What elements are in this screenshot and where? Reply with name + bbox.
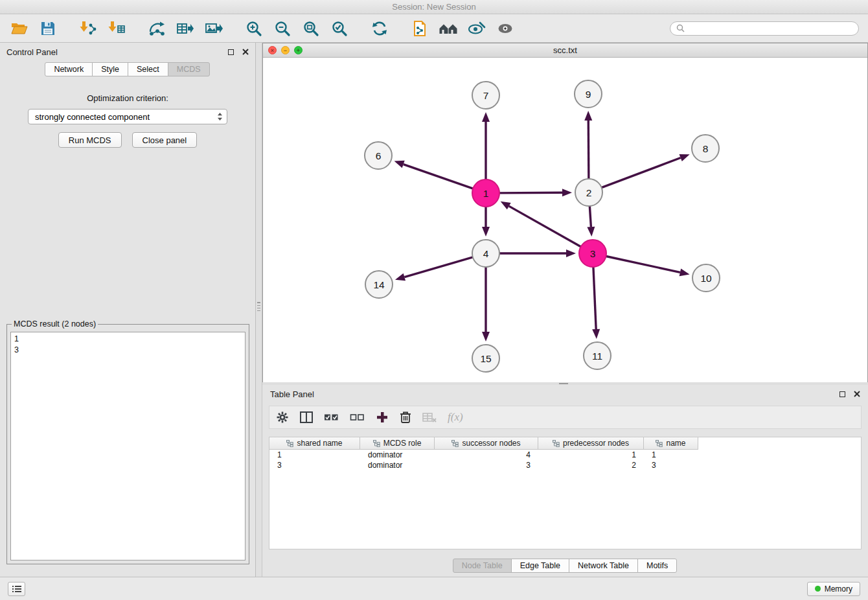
add-row-icon[interactable]	[376, 409, 389, 426]
mcds-result-title: MCDS result (2 nodes)	[12, 319, 98, 329]
close-panel-button[interactable]: Close panel	[132, 132, 198, 148]
network-graph[interactable]: 7968124314101511	[263, 58, 867, 382]
network-window-title: scc.txt	[553, 45, 577, 55]
edge-3-10[interactable]	[606, 256, 680, 272]
home-views-icon[interactable]	[438, 18, 459, 39]
edge-3-1[interactable]	[509, 206, 582, 247]
tab-edge-table[interactable]: Edge Table	[511, 559, 569, 573]
column-label: shared name	[297, 439, 342, 448]
show-graphics-details-icon[interactable]	[495, 18, 516, 39]
split-panel-icon[interactable]	[300, 409, 313, 426]
zoom-out-icon[interactable]	[272, 18, 293, 39]
node-1[interactable]: 1	[472, 179, 499, 207]
edge-4-14[interactable]	[404, 257, 473, 277]
import-network-from-file-icon[interactable]	[78, 18, 98, 39]
search-box[interactable]	[670, 21, 859, 36]
run-mcds-button[interactable]: Run MCDS	[58, 132, 122, 148]
float-panel-icon[interactable]	[228, 49, 234, 55]
svg-text:14: 14	[373, 279, 385, 290]
edge-1-2[interactable]	[499, 192, 562, 193]
node-3[interactable]: 3	[579, 240, 606, 267]
mcds-result-text[interactable]: 1 3	[10, 332, 246, 560]
tab-motifs[interactable]: Motifs	[637, 559, 677, 573]
delete-table-icon[interactable]	[422, 409, 437, 426]
node-7[interactable]: 7	[472, 82, 499, 109]
column-header-MCDS-role[interactable]: MCDS role	[360, 437, 435, 450]
node-6[interactable]: 6	[365, 142, 392, 169]
close-table-panel-icon[interactable]	[854, 391, 860, 397]
svg-text:9: 9	[586, 89, 591, 100]
delete-row-icon[interactable]	[400, 409, 411, 426]
node-9[interactable]: 9	[575, 80, 602, 108]
svg-text:8: 8	[703, 143, 709, 154]
column-label: MCDS role	[383, 439, 422, 448]
zoom-selected-icon[interactable]	[329, 18, 350, 39]
memory-button[interactable]: Memory	[807, 582, 860, 596]
column-header-predecessor-nodes[interactable]: predecessor nodes	[538, 437, 644, 450]
toolbar-group-import	[78, 18, 127, 39]
maximize-window-icon[interactable]: +	[294, 46, 303, 54]
tab-network[interactable]: Network	[45, 62, 93, 76]
minimize-window-icon[interactable]: −	[281, 46, 290, 54]
node-2[interactable]: 2	[575, 179, 602, 206]
zoom-fit-icon[interactable]	[301, 18, 321, 39]
column-header-successor-nodes[interactable]: successor nodes	[435, 437, 538, 450]
zoom-in-icon[interactable]	[244, 18, 264, 39]
edge-arrow-icon	[566, 249, 576, 257]
apply-layout-icon[interactable]	[369, 18, 390, 39]
table-settings-icon[interactable]	[276, 409, 289, 426]
node-8[interactable]: 8	[692, 135, 719, 162]
close-window-icon[interactable]: ×	[268, 46, 277, 54]
node-11[interactable]: 11	[584, 342, 611, 369]
edge-2-3[interactable]	[589, 205, 591, 227]
apply-function-icon[interactable]: f(x)	[448, 409, 463, 426]
svg-text:11: 11	[592, 351, 602, 362]
select-all-icon[interactable]	[324, 409, 339, 426]
open-file-icon[interactable]	[9, 18, 30, 39]
tab-node-table[interactable]: Node Table	[453, 559, 512, 573]
edge-arrow-icon	[587, 227, 595, 237]
deselect-all-icon[interactable]	[350, 409, 365, 426]
tab-select[interactable]: Select	[128, 62, 168, 76]
column-header-shared-name[interactable]: shared name	[269, 437, 360, 450]
tab-mcds[interactable]: MCDS	[168, 62, 210, 76]
node-14[interactable]: 14	[365, 271, 393, 298]
edge-2-8[interactable]	[601, 157, 681, 187]
save-session-icon[interactable]	[38, 18, 58, 39]
export-image-icon[interactable]	[203, 18, 224, 39]
vertical-splitter[interactable]	[256, 43, 262, 577]
import-table-from-file-icon[interactable]	[106, 18, 127, 39]
node-table-header: shared nameMCDS rolesuccessor nodesprede…	[269, 437, 861, 450]
network-window-titlebar[interactable]: × − + scc.txt	[263, 43, 867, 58]
node-15[interactable]: 15	[472, 345, 499, 372]
edge-3-11[interactable]	[593, 266, 596, 329]
network-view-window: × − + scc.txt 7968124314101511	[262, 43, 868, 382]
node-10[interactable]: 10	[692, 264, 720, 292]
svg-text:1: 1	[483, 188, 489, 199]
edge-arrow-icon	[584, 111, 592, 121]
export-table-icon[interactable]	[175, 18, 196, 39]
window-title: Session: New Session	[392, 2, 475, 12]
node-4[interactable]: 4	[472, 240, 499, 267]
table-cell-predecessor-nodes: 1	[538, 450, 644, 460]
float-table-panel-icon[interactable]	[839, 391, 845, 397]
edge-1-6[interactable]	[404, 165, 474, 189]
close-panel-icon[interactable]	[242, 49, 249, 55]
style-preview-icon[interactable]	[466, 18, 487, 39]
criterion-dropdown[interactable]: strongly connected component	[28, 109, 227, 124]
new-network-icon[interactable]	[146, 18, 167, 39]
copy-document-icon[interactable]	[409, 18, 430, 39]
edge-2-9[interactable]	[588, 121, 589, 179]
table-row[interactable]: 1dominator411	[269, 450, 861, 460]
column-header-name[interactable]: name	[644, 437, 698, 450]
search-input[interactable]	[688, 24, 852, 33]
mcds-buttons-row: Run MCDS Close panel	[0, 132, 255, 148]
memory-status-icon	[815, 586, 821, 592]
panel-list-button[interactable]	[8, 582, 25, 596]
table-cell-MCDS-role: dominator	[360, 450, 435, 460]
status-bar: Memory	[0, 577, 868, 600]
tab-style[interactable]: Style	[92, 62, 128, 76]
tab-network-table[interactable]: Network Table	[569, 559, 638, 573]
optimization-label: Optimization criterion:	[0, 93, 255, 103]
table-row[interactable]: 3dominator323	[269, 460, 861, 470]
